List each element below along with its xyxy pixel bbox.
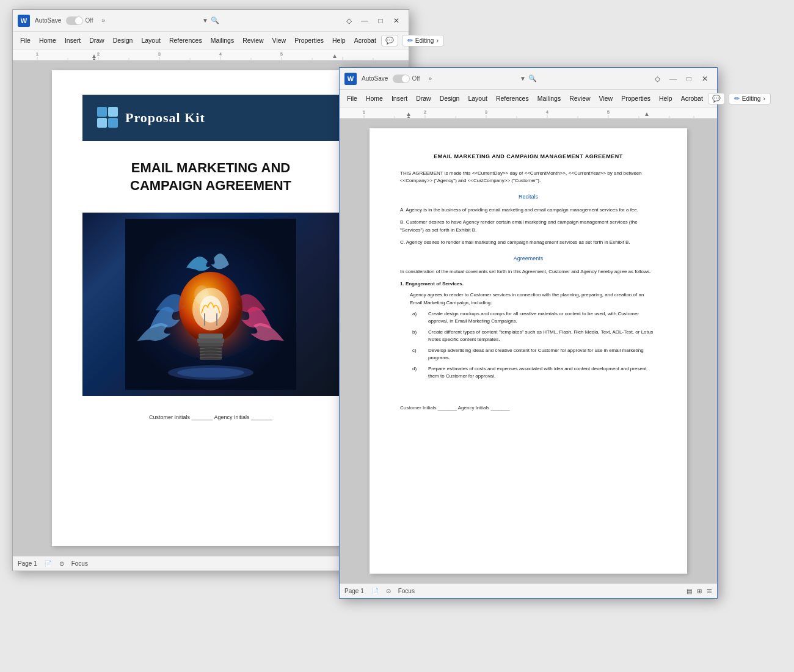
svg-text:2: 2 (424, 110, 426, 114)
toggle-track-1[interactable] (66, 16, 83, 25)
menu-acro-2[interactable]: Acrobat (677, 93, 707, 103)
doc2-title: EMAIL MARKETING AND CAMPAIGN MANAGEMENT … (400, 153, 657, 161)
search-bar-1[interactable]: ▼ 🔍 (114, 16, 307, 24)
menu-view-2[interactable]: View (596, 93, 617, 103)
menu-review-1[interactable]: Review (239, 35, 267, 45)
menu-file-1[interactable]: File (16, 35, 34, 45)
toggle-state-1: Off (85, 17, 93, 24)
toggle-track-2[interactable] (393, 75, 410, 83)
focus-icon-2[interactable]: ⊙ (386, 588, 391, 594)
menu-view-1[interactable]: View (269, 35, 290, 45)
svg-text:1: 1 (36, 52, 38, 56)
view-icon-print-2[interactable]: ▤ (687, 588, 692, 594)
menu-prop-1[interactable]: Properties (291, 35, 327, 45)
page-indicator-1: Page 1 (18, 560, 37, 567)
menu-home-1[interactable]: Home (35, 35, 60, 45)
menu-bar-1: File Home Insert Draw Design Layout Refe… (13, 32, 409, 49)
doc2-section1-heading: 1. Engagement of Services. (400, 280, 657, 288)
svg-text:5: 5 (607, 110, 610, 114)
svg-point-35 (177, 368, 244, 378)
autosave-toggle-2[interactable]: Off (393, 75, 420, 83)
pk-icon (97, 107, 119, 129)
menu-draw-1[interactable]: Draw (86, 35, 108, 45)
doc2-list-item-b: b) Create different types of content "te… (412, 329, 657, 343)
editing-btn-2[interactable]: ✏ Editing › (729, 93, 771, 104)
ruler-1: 1 2 3 4 5 (13, 49, 409, 60)
menu-design-2[interactable]: Design (436, 93, 464, 103)
ruler-svg-1: 1 2 3 4 5 (13, 49, 409, 60)
menu-layout-1[interactable]: Layout (137, 35, 164, 45)
diamond-btn-1[interactable]: ◇ (341, 13, 356, 28)
status-bar-2: Page 1 📄 ⊙ Focus ▤ ⊞ ☰ (340, 583, 717, 598)
menu-design-1[interactable]: Design (109, 35, 137, 45)
doc-area-2[interactable]: EMAIL MARKETING AND CAMPAIGN MANAGEMENT … (340, 119, 717, 583)
doc2-list-text-c: Develop advertising ideas and creative c… (428, 347, 657, 362)
autosave-toggle-1[interactable]: Off (66, 16, 93, 25)
menu-insert-2[interactable]: Insert (388, 93, 411, 103)
close-btn-2[interactable]: ✕ (697, 71, 712, 86)
doc2-recitals-title: Recitals (400, 193, 657, 202)
doc2-list-label-d: d) (412, 365, 423, 380)
doc2-recital-a: A. Agency is in the business of providin… (400, 206, 657, 214)
menu-acro-1[interactable]: Acrobat (351, 35, 380, 45)
more-options-icon-2[interactable]: » (429, 75, 432, 82)
doc2-initials: Customer Initials _______ Agency Initial… (400, 404, 657, 412)
svg-text:3: 3 (485, 110, 487, 114)
comment-btn-1[interactable]: 💬 (381, 35, 398, 46)
autosave-label-2: AutoSave (362, 75, 388, 82)
doc2-content: EMAIL MARKETING AND CAMPAIGN MANAGEMENT … (400, 153, 657, 412)
menu-review-2[interactable]: Review (566, 93, 594, 103)
minimize-btn-1[interactable]: — (357, 13, 372, 28)
pk-logo-text: Proposal Kit (125, 110, 205, 126)
maximize-btn-2[interactable]: □ (682, 71, 696, 86)
ribbon-1: File Home Insert Draw Design Layout Refe… (13, 32, 409, 49)
menu-layout-2[interactable]: Layout (464, 93, 491, 103)
title-bar-1: W AutoSave Off » ▼ 🔍 ◇ — □ ✕ (13, 10, 409, 32)
menu-prop-2[interactable]: Properties (617, 93, 654, 103)
focus-label-1[interactable]: Focus (71, 560, 88, 567)
menu-mail-1[interactable]: Mailings (207, 35, 238, 45)
word-logo-2: W (344, 73, 357, 85)
status-right-2: ▤ ⊞ ☰ (687, 588, 712, 594)
doc2-list-text-d: Prepare estimates of costs and expenses … (428, 365, 657, 380)
title-center-1: ▼ 🔍 (114, 16, 307, 24)
menu-help-1[interactable]: Help (329, 35, 349, 45)
menu-draw-2[interactable]: Draw (412, 93, 435, 103)
menu-refer-2[interactable]: References (492, 93, 533, 103)
focus-icon-1[interactable]: ⊙ (59, 560, 64, 567)
minimize-btn-2[interactable]: — (666, 71, 680, 86)
editing-btn-1[interactable]: ✏ Editing › (402, 35, 444, 46)
title-bar-left-1: W AutoSave Off » (18, 15, 114, 27)
pk-sq-1 (97, 107, 107, 117)
doc2-agreements-intro: In consideration of the mutual covenants… (400, 268, 657, 276)
diamond-btn-2[interactable]: ◇ (650, 71, 665, 86)
menu-refer-1[interactable]: References (166, 35, 206, 45)
menu-file-2[interactable]: File (343, 93, 361, 103)
close-btn-1[interactable]: ✕ (389, 13, 404, 28)
svg-text:3: 3 (158, 52, 161, 56)
title-center-2: ▼ 🔍 (437, 75, 621, 82)
view-icon-web-2[interactable]: ⊞ (697, 588, 702, 594)
page-indicator-2: Page 1 (344, 588, 364, 594)
editing-chevron-1: › (436, 37, 438, 44)
maximize-btn-1[interactable]: □ (373, 13, 388, 28)
more-options-icon-1[interactable]: » (102, 17, 106, 24)
view-icon-read-2[interactable]: ☰ (707, 588, 712, 594)
menu-help-2[interactable]: Help (655, 93, 676, 103)
menu-mail-2[interactable]: Mailings (534, 93, 565, 103)
doc-page-2: EMAIL MARKETING AND CAMPAIGN MANAGEMENT … (370, 128, 687, 574)
doc2-section1-body: Agency agrees to render to Customer serv… (410, 291, 657, 307)
focus-label-2[interactable]: Focus (398, 588, 415, 594)
svg-text:1: 1 (363, 110, 365, 114)
menu-insert-1[interactable]: Insert (61, 35, 84, 45)
svg-point-33 (194, 285, 209, 305)
svg-text:2: 2 (97, 52, 100, 56)
search-icon-title-2: 🔍 (528, 75, 537, 82)
doc2-list-label-b: b) (412, 329, 423, 343)
autosave-label-1: AutoSave (35, 17, 61, 24)
comment-btn-2[interactable]: 💬 (708, 93, 725, 104)
doc2-list-text-b: Create different types of content "templ… (428, 329, 657, 343)
menu-home-2[interactable]: Home (362, 93, 387, 103)
cover-image (82, 213, 339, 396)
search-bar-2[interactable]: ▼ 🔍 (437, 75, 621, 82)
